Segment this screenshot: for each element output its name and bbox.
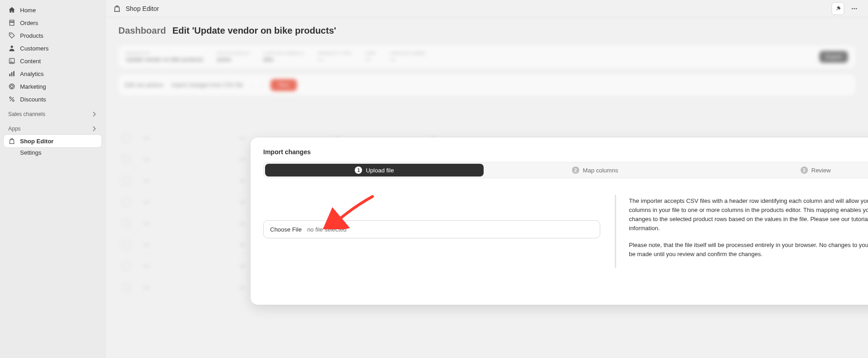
section-label: Sales channels bbox=[8, 111, 45, 117]
nav-shop-editor[interactable]: Shop Editor bbox=[4, 135, 102, 147]
nav-customers[interactable]: Customers bbox=[4, 42, 102, 55]
main-area: Shop Editor Dashboard Edit 'Update vendo… bbox=[106, 0, 868, 358]
svg-point-13 bbox=[854, 8, 855, 9]
nav-label: Customers bbox=[20, 45, 49, 52]
nav-label: Home bbox=[20, 7, 36, 14]
nav-analytics[interactable]: Analytics bbox=[4, 67, 102, 80]
nav-marketing[interactable]: Marketing bbox=[4, 80, 102, 93]
svg-line-11 bbox=[10, 97, 14, 101]
info-text-2: Please note, that the file itself will b… bbox=[629, 241, 868, 259]
app-title: Shop Editor bbox=[126, 5, 159, 12]
nav-label: Discounts bbox=[20, 96, 46, 103]
nav-discounts[interactable]: Discounts bbox=[4, 93, 102, 106]
percent-icon bbox=[8, 96, 15, 103]
step-tabs: 1 Upload file 2 Map columns 3 Review bbox=[263, 162, 868, 178]
breadcrumb-current: Edit 'Update vendor on bike products' bbox=[172, 25, 336, 36]
topbar-left: Shop Editor bbox=[113, 5, 159, 13]
svg-point-3 bbox=[10, 60, 11, 61]
topbar-right bbox=[832, 2, 861, 15]
nav-home[interactable]: Home bbox=[4, 4, 102, 16]
svg-rect-4 bbox=[9, 74, 10, 76]
nav-label: Products bbox=[20, 32, 43, 39]
nav-orders[interactable]: Orders bbox=[4, 16, 102, 29]
svg-point-14 bbox=[856, 8, 857, 9]
svg-point-9 bbox=[10, 97, 11, 99]
section-label: Apps bbox=[8, 126, 20, 132]
step-label: Upload file bbox=[366, 167, 393, 174]
svg-point-8 bbox=[10, 85, 13, 88]
nav-label: Content bbox=[20, 58, 41, 65]
topbar: Shop Editor bbox=[106, 0, 868, 17]
section-apps[interactable]: Apps bbox=[4, 123, 102, 135]
file-input[interactable]: Choose File no file selected bbox=[263, 220, 600, 238]
more-button[interactable] bbox=[848, 2, 861, 15]
sidebar: Home Orders Products Customers Content A… bbox=[0, 0, 106, 358]
step-review[interactable]: 3 Review bbox=[706, 164, 868, 176]
modal-footer: Cancel bbox=[263, 281, 868, 294]
pin-button[interactable] bbox=[832, 2, 844, 15]
step-number: 1 bbox=[355, 166, 362, 174]
choose-file-button[interactable]: Choose File bbox=[270, 226, 301, 233]
nav-settings[interactable]: Settings bbox=[4, 147, 102, 158]
step-label: Map columns bbox=[583, 167, 618, 174]
step-map[interactable]: 2 Map columns bbox=[485, 164, 704, 176]
upload-column: Choose File no file selected bbox=[263, 195, 600, 238]
file-status: no file selected bbox=[307, 226, 347, 233]
section-sales-channels[interactable]: Sales channels bbox=[4, 108, 102, 120]
modal-title: Import changes bbox=[263, 148, 868, 156]
svg-point-0 bbox=[10, 34, 11, 35]
more-icon bbox=[851, 5, 858, 12]
svg-point-10 bbox=[12, 100, 14, 101]
nav-products[interactable]: Products bbox=[4, 29, 102, 42]
svg-point-1 bbox=[10, 45, 13, 48]
target-icon bbox=[8, 83, 15, 90]
step-label: Review bbox=[812, 167, 831, 174]
step-number: 3 bbox=[801, 166, 808, 174]
person-icon bbox=[8, 45, 15, 52]
svg-point-7 bbox=[9, 84, 14, 89]
image-icon bbox=[8, 57, 15, 65]
orders-icon bbox=[8, 19, 15, 26]
tag-icon bbox=[8, 32, 15, 39]
nav-label: Analytics bbox=[20, 71, 44, 77]
page-header: Dashboard Edit 'Update vendor on bike pr… bbox=[106, 17, 868, 44]
step-upload[interactable]: 1 Upload file bbox=[265, 164, 484, 176]
chevron-right-icon bbox=[92, 111, 97, 117]
info-text-1: The importer accepts CSV files with a he… bbox=[629, 197, 868, 233]
bag-icon bbox=[8, 137, 15, 145]
nav-label: Marketing bbox=[20, 83, 46, 90]
chart-icon bbox=[8, 70, 15, 77]
nav-content[interactable]: Content bbox=[4, 55, 102, 67]
chevron-right-icon bbox=[92, 126, 97, 131]
step-number: 2 bbox=[572, 166, 579, 174]
svg-point-12 bbox=[852, 8, 853, 9]
breadcrumb-root[interactable]: Dashboard bbox=[118, 25, 166, 36]
home-icon bbox=[8, 6, 15, 14]
nav-label: Shop Editor bbox=[20, 138, 54, 145]
bag-icon bbox=[113, 5, 121, 13]
pin-icon bbox=[835, 5, 841, 12]
modal-body: Choose File no file selected The importe… bbox=[263, 195, 868, 268]
svg-rect-5 bbox=[11, 72, 12, 76]
info-column: The importer accepts CSV files with a he… bbox=[615, 195, 868, 268]
import-modal: Import changes 1 Upload file 2 Map colum… bbox=[250, 137, 868, 305]
nav-label: Orders bbox=[20, 20, 38, 26]
svg-rect-6 bbox=[13, 71, 14, 76]
